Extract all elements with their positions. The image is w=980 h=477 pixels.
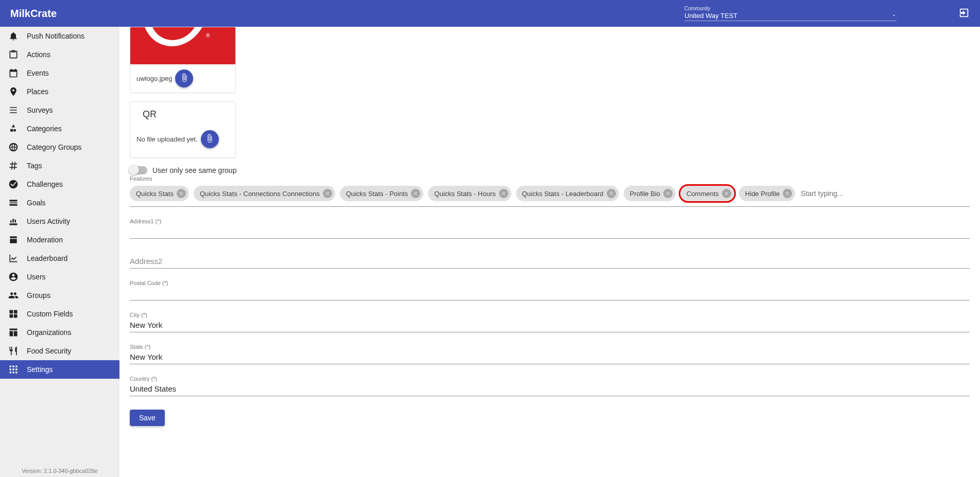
sidebar-item-label: Events <box>27 69 49 77</box>
qr-nofile-text: No file uploaded yet. <box>136 135 198 143</box>
chip-remove-button[interactable] <box>411 189 420 198</box>
sidebar-item-moderation[interactable]: Moderation <box>0 231 119 249</box>
qr-card: QR No file uploaded yet. <box>130 101 236 158</box>
chip-label: Comments <box>686 190 719 198</box>
chip-remove-button[interactable] <box>323 189 332 198</box>
qr-title: QR <box>130 102 235 122</box>
address2-input[interactable] <box>130 254 970 269</box>
feature-chip[interactable]: Hide Profile <box>739 186 795 201</box>
sidebar-item-surveys[interactable]: Surveys <box>0 101 119 119</box>
country-field-wrap: Country (*) <box>130 376 970 396</box>
country-label: Country (*) <box>130 376 970 382</box>
food-icon <box>8 346 19 356</box>
check-circle-icon <box>8 179 19 189</box>
attach-qr-button[interactable] <box>201 130 219 148</box>
feature-chip[interactable]: Quicks Stats - Hours <box>428 186 511 201</box>
feature-chip[interactable]: Profile Bio <box>624 186 676 201</box>
community-value: United Way TEST <box>684 12 737 20</box>
sidebar-item-leaderboard[interactable]: Leaderboard <box>0 249 119 268</box>
city-input[interactable] <box>130 318 970 332</box>
chip-remove-button[interactable] <box>499 189 508 198</box>
address1-label: Address1 (*) <box>130 218 970 224</box>
features-label: Features <box>130 175 970 182</box>
address1-input[interactable] <box>130 224 970 239</box>
sidebar-item-label: Challenges <box>27 180 63 188</box>
feature-chip[interactable]: Quicks Stats - Points <box>340 186 424 201</box>
pin-icon <box>8 86 19 97</box>
sidebar-item-users-activity[interactable]: Users Activity <box>0 212 119 231</box>
feature-chip[interactable]: Comments <box>680 186 734 201</box>
chip-label: Profile Bio <box>630 190 660 198</box>
feature-chip[interactable]: Quicks Stats - Leaderboard <box>516 186 619 201</box>
svg-text:®: ® <box>206 33 210 39</box>
features-chips[interactable]: Quicks StatsQuicks Stats - Connections C… <box>130 186 970 207</box>
sidebar-item-goals[interactable]: Goals <box>0 193 119 212</box>
sidebar-item-label: Food Security <box>27 347 71 355</box>
group-icon <box>8 290 19 301</box>
grid-icon <box>8 309 19 319</box>
chip-label: Quicks Stats - Connections Connections <box>200 190 320 198</box>
postal-field-wrap: Postal Code (*) <box>130 280 970 301</box>
sidebar-item-organizations[interactable]: Organizations <box>0 323 119 342</box>
community-select[interactable]: Community United Way TEST <box>684 6 897 21</box>
sidebar-item-groups[interactable]: Groups <box>0 286 119 305</box>
city-label: City (*) <box>130 312 970 318</box>
postal-input[interactable] <box>130 286 970 301</box>
feature-chip[interactable]: Quicks Stats <box>130 186 189 201</box>
features-input[interactable] <box>800 187 892 200</box>
sidebar-item-push-notifications[interactable]: Push Notifications <box>0 27 119 45</box>
chip-remove-button[interactable] <box>663 189 673 198</box>
shapes-icon <box>8 123 19 134</box>
sidebar-item-label: Places <box>27 87 48 96</box>
chip-label: Quicks Stats - Leaderboard <box>522 190 604 198</box>
state-label: State (*) <box>130 344 970 350</box>
save-button[interactable]: Save <box>130 410 165 426</box>
address2-field-wrap <box>130 254 970 269</box>
logo-image: ® <box>130 27 235 64</box>
sidebar-item-challenges[interactable]: Challenges <box>0 175 119 193</box>
sidebar-item-label: Goals <box>27 199 46 207</box>
chart-icon <box>8 253 19 263</box>
community-label: Community <box>684 6 897 11</box>
sidebar-item-label: Users Activity <box>27 217 70 225</box>
sidebar-item-tags[interactable]: Tags <box>0 156 119 175</box>
sidebar-item-label: Moderation <box>27 236 63 244</box>
version-text: Version: 2.1.0-340-gbbca026e <box>0 466 119 477</box>
chip-remove-button[interactable] <box>607 189 616 198</box>
sidebar-item-custom-fields[interactable]: Custom Fields <box>0 305 119 323</box>
chip-label: Quicks Stats <box>136 190 174 198</box>
chip-remove-button[interactable] <box>722 189 731 198</box>
feature-chip[interactable]: Quicks Stats - Connections Connections <box>194 186 335 201</box>
sidebar-item-settings[interactable]: Settings <box>0 360 119 379</box>
sidebar-item-label: Settings <box>27 365 53 374</box>
sidebar-item-events[interactable]: Events <box>0 64 119 82</box>
city-field-wrap: City (*) <box>130 312 970 332</box>
address1-field-wrap: Address1 (*) <box>130 218 970 239</box>
sidebar-item-categories[interactable]: Categories <box>0 119 119 138</box>
main-content: ® uwlogo.jpeg QR No file uploaded yet. <box>119 27 980 477</box>
paperclip-icon <box>180 73 189 84</box>
sidebar-item-label: Custom Fields <box>27 310 73 318</box>
same-group-toggle[interactable] <box>130 166 147 174</box>
calendar-icon <box>8 68 19 78</box>
chevron-down-icon <box>891 11 897 20</box>
sidebar-item-label: Tags <box>27 162 42 170</box>
clipboard-icon <box>8 49 19 60</box>
attach-logo-button[interactable] <box>175 69 193 87</box>
hash-icon <box>8 161 19 171</box>
logout-button[interactable] <box>958 7 970 20</box>
country-input[interactable] <box>130 382 970 396</box>
sidebar-item-label: Users <box>27 273 46 281</box>
logo-card: ® uwlogo.jpeg <box>130 27 236 93</box>
sidebar-item-actions[interactable]: Actions <box>0 45 119 64</box>
chip-remove-button[interactable] <box>783 189 792 198</box>
state-input[interactable] <box>130 350 970 364</box>
sidebar-item-food-security[interactable]: Food Security <box>0 342 119 360</box>
users-globe-icon <box>8 272 19 282</box>
sidebar-item-category-groups[interactable]: Category Groups <box>0 138 119 156</box>
sidebar-item-label: Push Notifications <box>27 32 84 40</box>
chip-remove-button[interactable] <box>177 189 186 198</box>
sidebar-item-users[interactable]: Users <box>0 268 119 286</box>
bell-icon <box>8 31 19 41</box>
sidebar-item-places[interactable]: Places <box>0 82 119 101</box>
